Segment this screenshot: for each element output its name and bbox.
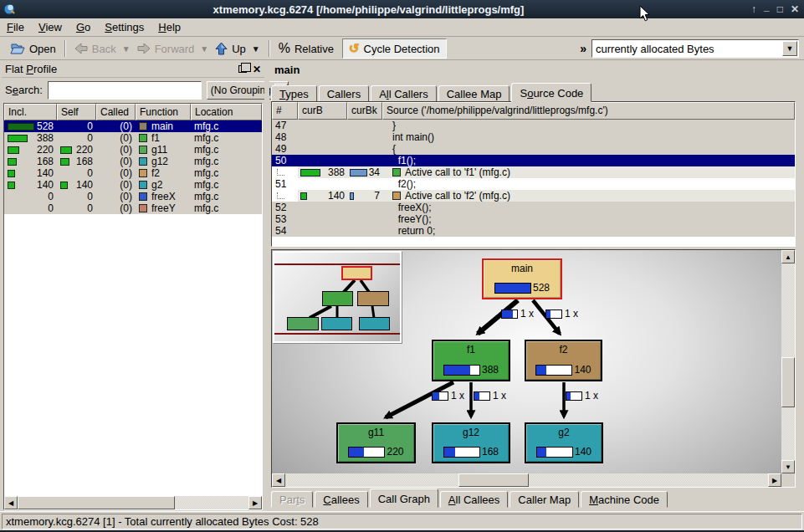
titlebar[interactable]: xtmemory.kcg.6274 [/home/philippe/valgri… — [0, 0, 804, 18]
tab-source-code[interactable]: Source Code — [511, 83, 591, 102]
source-line[interactable]: 47} — [272, 120, 795, 131]
graph-hscrollbar[interactable]: ◀ ▶ — [272, 473, 781, 487]
column-header-source[interactable]: Source ('/home/philippe/valgrind/littlep… — [382, 102, 795, 120]
bottom-tabbar: Parts Callees Call Graph All Callees Cal… — [271, 489, 796, 508]
menu-help[interactable]: Help — [158, 21, 181, 33]
edge-label-main-f2: 1 x — [545, 308, 578, 320]
column-header-curb[interactable]: curB — [298, 102, 347, 120]
tab-types[interactable]: Types — [271, 85, 317, 102]
minimap-node-f1 — [322, 291, 353, 306]
forward-dropdown-icon[interactable]: ▼ — [200, 44, 208, 54]
minimap-node-g2 — [359, 317, 390, 330]
float-dock-icon[interactable] — [238, 65, 247, 73]
source-line[interactable]: 48int main() — [272, 131, 795, 143]
relative-toggle[interactable]: % Relative — [275, 39, 337, 58]
source-line[interactable]: 51 f2(); — [272, 178, 795, 190]
minimap-node-g11 — [287, 317, 319, 330]
tab-all-callees[interactable]: All Callees — [440, 491, 508, 508]
table-row-main[interactable]: 528 0 (0) main mfg.c — [4, 120, 262, 132]
cycle-detection-toggle[interactable]: ↺ Cycle Detection — [342, 38, 447, 59]
minimize-button[interactable]: _ — [764, 0, 770, 16]
column-header-curbk[interactable]: curBk — [347, 102, 382, 120]
curb-bar — [300, 169, 320, 176]
graph-node-f1[interactable]: f1 388 — [432, 340, 510, 381]
column-header-location[interactable]: Location — [191, 104, 262, 120]
column-header-self[interactable]: Self — [57, 104, 96, 120]
toolbar-overflow-chevron[interactable]: » — [580, 42, 586, 55]
combo-arrow-icon[interactable]: ▼ — [782, 41, 797, 56]
table-row-g2[interactable]: 140 140 (0) g2 mfg.c — [4, 179, 262, 191]
panel-splitter[interactable] — [264, 61, 269, 510]
back-button[interactable]: Back▼ — [71, 41, 134, 57]
source-line-selected[interactable]: 50 f1(); — [272, 155, 795, 166]
scroll-right-icon[interactable]: ▶ — [248, 496, 262, 509]
scroll-slider[interactable] — [18, 496, 175, 509]
search-input[interactable] — [48, 81, 202, 100]
menu-file[interactable]: File — [7, 21, 24, 33]
source-line[interactable]: 52 freeX(); — [272, 202, 795, 213]
source-code-view: # curB curBk Source ('/home/philippe/val… — [271, 101, 796, 247]
graph-node-g2[interactable]: g2 140 — [525, 422, 603, 463]
column-header-called[interactable]: Called — [96, 104, 136, 120]
column-header-line[interactable]: # — [272, 102, 298, 120]
tab-machine-code[interactable]: Machine Code — [581, 491, 668, 508]
tab-callees[interactable]: Callees — [315, 491, 367, 508]
scroll-up-icon[interactable]: ▲ — [781, 250, 795, 263]
minimap-node-g12 — [321, 317, 352, 330]
source-line[interactable]: 49{ — [272, 143, 795, 155]
forward-button[interactable]: Forward▼ — [134, 41, 213, 57]
graph-node-f2[interactable]: f2 140 — [525, 340, 602, 381]
cost-bar — [443, 365, 480, 376]
close-button[interactable]: ✕ — [791, 0, 799, 18]
source-line[interactable]: 54 return 0; — [272, 225, 795, 237]
event-type-select[interactable]: currently allocated Bytes ▼ — [591, 39, 799, 58]
function-color-swatch — [392, 192, 401, 200]
column-header-function[interactable]: Function — [136, 104, 191, 120]
tab-call-graph[interactable]: Call Graph — [370, 489, 438, 508]
table-row-freeX[interactable]: 0 0 (0) freeX mfg.c — [4, 191, 262, 202]
flat-profile-titlebar[interactable]: Flat Profile ✕ — [2, 61, 264, 78]
shade-button[interactable]: ↑ — [751, 0, 756, 18]
back-dropdown-icon[interactable]: ▼ — [122, 44, 131, 54]
scroll-right-icon[interactable]: ▶ — [768, 473, 781, 487]
tab-caller-map[interactable]: Caller Map — [510, 491, 579, 508]
close-dock-icon[interactable]: ✕ — [253, 64, 261, 75]
maximize-button[interactable]: □ — [777, 0, 783, 18]
flat-profile-table: Incl. Self Called Function Location 528 … — [3, 103, 263, 510]
scroll-left-icon[interactable]: ◀ — [4, 496, 18, 509]
tab-callee-map[interactable]: Callee Map — [438, 85, 510, 102]
flat-profile-title: Flat Profile — [5, 63, 57, 75]
self-bar — [60, 146, 72, 154]
call-graph-canvas[interactable]: main 528 f1 388 f2 140 g11 220 g12 168 g… — [272, 250, 781, 473]
scroll-slider[interactable] — [458, 473, 529, 487]
source-call-line[interactable]: 388 34 Active call to 'f1' (mfg.c) — [272, 166, 795, 178]
menu-go[interactable]: Go — [76, 21, 90, 33]
graph-node-g12[interactable]: g12 168 — [432, 422, 510, 463]
menu-settings[interactable]: Settings — [105, 21, 144, 33]
scroll-slider[interactable] — [781, 357, 795, 407]
graph-node-g11[interactable]: g11 220 — [336, 422, 416, 463]
open-button[interactable]: Open — [7, 40, 59, 57]
source-line[interactable]: 53 freeY(); — [272, 213, 795, 225]
table-row-f2[interactable]: 140 0 (0) f2 mfg.c — [4, 167, 262, 179]
up-button[interactable]: Up▼ — [212, 40, 264, 57]
table-row-g12[interactable]: 168 168 (0) g12 mfg.c — [4, 156, 262, 167]
tab-callers[interactable]: Callers — [319, 85, 369, 102]
graph-vscrollbar[interactable]: ▲ ▼ — [781, 250, 795, 473]
function-color-swatch — [139, 204, 147, 212]
table-row-f1[interactable]: 388 0 (0) f1 mfg.c — [4, 132, 262, 144]
menu-view[interactable]: View — [38, 21, 62, 33]
app-icon — [3, 3, 17, 16]
table-row-g11[interactable]: 220 220 (0) g11 mfg.c — [4, 144, 262, 156]
graph-node-main[interactable]: main 528 — [482, 258, 562, 299]
flat-profile-hscrollbar[interactable]: ◀ ▶ — [4, 496, 262, 509]
graph-minimap[interactable] — [273, 251, 402, 343]
scroll-down-icon[interactable]: ▼ — [781, 460, 795, 473]
column-header-incl[interactable]: Incl. — [4, 104, 57, 120]
up-dropdown-icon[interactable]: ▼ — [252, 44, 260, 54]
source-call-line[interactable]: 140 7 Active call to 'f2' (mfg.c) — [272, 190, 795, 202]
tab-all-callers[interactable]: All Callers — [371, 85, 437, 102]
table-row-freeY[interactable]: 0 0 (0) freeY mfg.c — [4, 202, 262, 214]
back-icon — [74, 43, 88, 54]
scroll-left-icon[interactable]: ◀ — [272, 473, 285, 487]
